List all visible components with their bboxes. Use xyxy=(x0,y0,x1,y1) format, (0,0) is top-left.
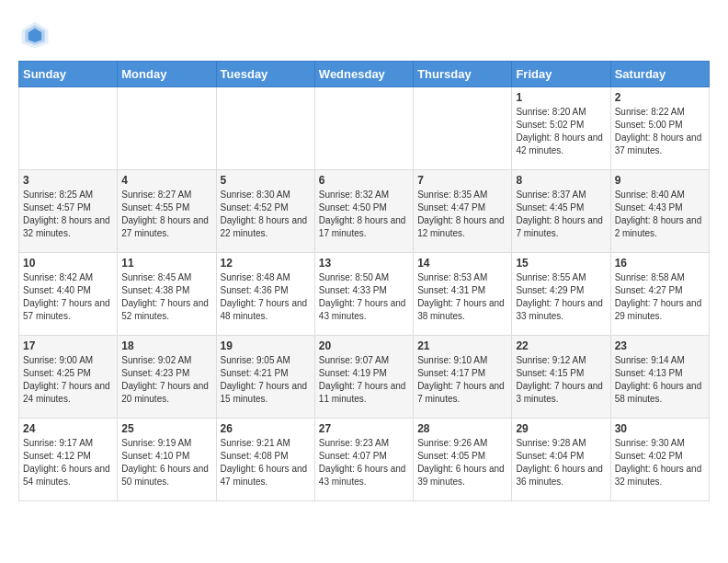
calendar-cell: 28Sunrise: 9:26 AM Sunset: 4:05 PM Dayli… xyxy=(414,419,512,501)
calendar-header-row: SundayMondayTuesdayWednesdayThursdayFrid… xyxy=(19,62,710,87)
day-info: Sunrise: 9:00 AM Sunset: 4:25 PM Dayligh… xyxy=(23,354,113,406)
day-number: 16 xyxy=(615,257,705,270)
calendar-cell: 12Sunrise: 8:48 AM Sunset: 4:36 PM Dayli… xyxy=(216,253,314,336)
day-info: Sunrise: 8:27 AM Sunset: 4:55 PM Dayligh… xyxy=(121,189,211,240)
calendar-cell: 26Sunrise: 9:21 AM Sunset: 4:08 PM Dayli… xyxy=(216,419,314,501)
day-number: 3 xyxy=(23,174,113,187)
day-info: Sunrise: 9:23 AM Sunset: 4:07 PM Dayligh… xyxy=(319,437,409,488)
day-of-week-header: Saturday xyxy=(610,62,709,87)
day-info: Sunrise: 9:12 AM Sunset: 4:15 PM Dayligh… xyxy=(516,354,606,406)
day-info: Sunrise: 8:40 AM Sunset: 4:43 PM Dayligh… xyxy=(615,189,705,240)
day-number: 7 xyxy=(417,174,507,187)
calendar-cell xyxy=(118,87,216,170)
calendar-cell: 25Sunrise: 9:19 AM Sunset: 4:10 PM Dayli… xyxy=(118,419,216,501)
day-info: Sunrise: 8:30 AM Sunset: 4:52 PM Dayligh… xyxy=(221,189,311,240)
day-number: 28 xyxy=(417,422,507,435)
calendar-cell: 7Sunrise: 8:35 AM Sunset: 4:47 PM Daylig… xyxy=(414,170,512,253)
calendar-cell: 1Sunrise: 8:20 AM Sunset: 5:02 PM Daylig… xyxy=(512,87,610,170)
calendar-cell: 21Sunrise: 9:10 AM Sunset: 4:17 PM Dayli… xyxy=(414,336,512,419)
calendar-cell: 13Sunrise: 8:50 AM Sunset: 4:33 PM Dayli… xyxy=(314,253,413,336)
day-of-week-header: Thursday xyxy=(414,62,512,87)
calendar-cell: 2Sunrise: 8:22 AM Sunset: 5:00 PM Daylig… xyxy=(610,87,709,170)
calendar-week-row: 1Sunrise: 8:20 AM Sunset: 5:02 PM Daylig… xyxy=(19,87,710,170)
day-info: Sunrise: 9:05 AM Sunset: 4:21 PM Dayligh… xyxy=(221,354,311,406)
day-number: 2 xyxy=(615,91,705,104)
day-info: Sunrise: 8:48 AM Sunset: 4:36 PM Dayligh… xyxy=(221,271,311,323)
calendar-cell: 8Sunrise: 8:37 AM Sunset: 4:45 PM Daylig… xyxy=(512,170,610,253)
day-number: 14 xyxy=(417,257,507,270)
calendar-cell xyxy=(314,87,413,170)
day-number: 12 xyxy=(221,257,311,270)
day-number: 1 xyxy=(516,91,606,104)
day-info: Sunrise: 8:55 AM Sunset: 4:29 PM Dayligh… xyxy=(516,271,606,323)
day-number: 6 xyxy=(319,174,409,187)
day-info: Sunrise: 9:28 AM Sunset: 4:04 PM Dayligh… xyxy=(516,437,606,488)
calendar-cell: 27Sunrise: 9:23 AM Sunset: 4:07 PM Dayli… xyxy=(314,419,413,501)
day-of-week-header: Monday xyxy=(118,62,216,87)
calendar-cell: 24Sunrise: 9:17 AM Sunset: 4:12 PM Dayli… xyxy=(19,419,118,501)
day-number: 13 xyxy=(319,257,409,270)
day-info: Sunrise: 8:37 AM Sunset: 4:45 PM Dayligh… xyxy=(516,189,606,240)
day-number: 10 xyxy=(23,257,113,270)
day-info: Sunrise: 9:07 AM Sunset: 4:19 PM Dayligh… xyxy=(319,354,409,406)
calendar-cell: 23Sunrise: 9:14 AM Sunset: 4:13 PM Dayli… xyxy=(610,336,709,419)
day-number: 11 xyxy=(121,257,211,270)
calendar-cell: 19Sunrise: 9:05 AM Sunset: 4:21 PM Dayli… xyxy=(216,336,314,419)
day-info: Sunrise: 9:02 AM Sunset: 4:23 PM Dayligh… xyxy=(121,354,211,406)
calendar-cell: 5Sunrise: 8:30 AM Sunset: 4:52 PM Daylig… xyxy=(216,170,314,253)
day-number: 15 xyxy=(516,257,606,270)
day-info: Sunrise: 8:32 AM Sunset: 4:50 PM Dayligh… xyxy=(319,189,409,240)
calendar-cell: 16Sunrise: 8:58 AM Sunset: 4:27 PM Dayli… xyxy=(610,253,709,336)
logo xyxy=(18,18,55,52)
calendar-cell: 4Sunrise: 8:27 AM Sunset: 4:55 PM Daylig… xyxy=(118,170,216,253)
calendar-cell: 20Sunrise: 9:07 AM Sunset: 4:19 PM Dayli… xyxy=(314,336,413,419)
day-number: 8 xyxy=(516,174,606,187)
day-number: 27 xyxy=(319,422,409,435)
day-info: Sunrise: 8:22 AM Sunset: 5:00 PM Dayligh… xyxy=(615,106,705,157)
day-number: 5 xyxy=(221,174,311,187)
day-number: 9 xyxy=(615,174,705,187)
day-number: 17 xyxy=(23,339,113,352)
day-number: 20 xyxy=(319,339,409,352)
calendar-cell: 15Sunrise: 8:55 AM Sunset: 4:29 PM Dayli… xyxy=(512,253,610,336)
page-header xyxy=(18,18,710,52)
day-of-week-header: Friday xyxy=(512,62,610,87)
calendar-cell xyxy=(216,87,314,170)
day-info: Sunrise: 8:42 AM Sunset: 4:40 PM Dayligh… xyxy=(23,271,113,323)
calendar-cell xyxy=(19,87,118,170)
day-number: 21 xyxy=(417,339,507,352)
calendar-week-row: 3Sunrise: 8:25 AM Sunset: 4:57 PM Daylig… xyxy=(19,170,710,253)
day-number: 30 xyxy=(615,422,705,435)
day-of-week-header: Wednesday xyxy=(314,62,413,87)
day-info: Sunrise: 9:19 AM Sunset: 4:10 PM Dayligh… xyxy=(121,437,211,488)
calendar-cell: 29Sunrise: 9:28 AM Sunset: 4:04 PM Dayli… xyxy=(512,419,610,501)
day-info: Sunrise: 9:26 AM Sunset: 4:05 PM Dayligh… xyxy=(417,437,507,488)
day-number: 29 xyxy=(516,422,606,435)
day-number: 24 xyxy=(23,422,113,435)
day-info: Sunrise: 8:45 AM Sunset: 4:38 PM Dayligh… xyxy=(121,271,211,323)
day-info: Sunrise: 9:21 AM Sunset: 4:08 PM Dayligh… xyxy=(221,437,311,488)
day-number: 26 xyxy=(221,422,311,435)
day-info: Sunrise: 9:14 AM Sunset: 4:13 PM Dayligh… xyxy=(615,354,705,406)
day-number: 18 xyxy=(121,339,211,352)
day-info: Sunrise: 8:25 AM Sunset: 4:57 PM Dayligh… xyxy=(23,189,113,240)
calendar-cell xyxy=(414,87,512,170)
calendar-cell: 11Sunrise: 8:45 AM Sunset: 4:38 PM Dayli… xyxy=(118,253,216,336)
calendar-cell: 3Sunrise: 8:25 AM Sunset: 4:57 PM Daylig… xyxy=(19,170,118,253)
calendar-week-row: 17Sunrise: 9:00 AM Sunset: 4:25 PM Dayli… xyxy=(19,336,710,419)
calendar-week-row: 10Sunrise: 8:42 AM Sunset: 4:40 PM Dayli… xyxy=(19,253,710,336)
calendar-week-row: 24Sunrise: 9:17 AM Sunset: 4:12 PM Dayli… xyxy=(19,419,710,501)
day-info: Sunrise: 8:35 AM Sunset: 4:47 PM Dayligh… xyxy=(417,189,507,240)
day-number: 4 xyxy=(121,174,211,187)
calendar-cell: 10Sunrise: 8:42 AM Sunset: 4:40 PM Dayli… xyxy=(19,253,118,336)
calendar-cell: 22Sunrise: 9:12 AM Sunset: 4:15 PM Dayli… xyxy=(512,336,610,419)
day-info: Sunrise: 9:10 AM Sunset: 4:17 PM Dayligh… xyxy=(417,354,507,406)
day-info: Sunrise: 9:30 AM Sunset: 4:02 PM Dayligh… xyxy=(615,437,705,488)
calendar-cell: 17Sunrise: 9:00 AM Sunset: 4:25 PM Dayli… xyxy=(19,336,118,419)
day-number: 22 xyxy=(516,339,606,352)
day-number: 25 xyxy=(121,422,211,435)
day-number: 19 xyxy=(221,339,311,352)
day-info: Sunrise: 8:20 AM Sunset: 5:02 PM Dayligh… xyxy=(516,106,606,157)
day-info: Sunrise: 8:53 AM Sunset: 4:31 PM Dayligh… xyxy=(417,271,507,323)
day-number: 23 xyxy=(615,339,705,352)
